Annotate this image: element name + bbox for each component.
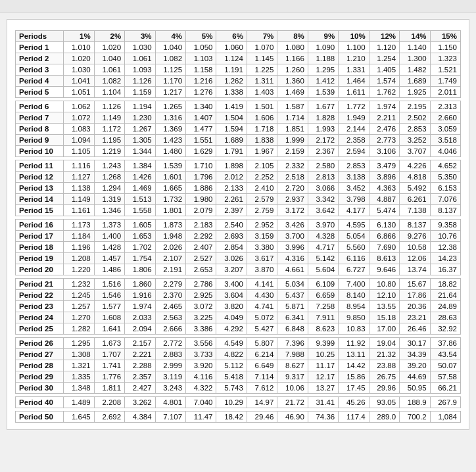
cell-value: 5.112 bbox=[216, 360, 247, 371]
cell-value: 8.613 bbox=[369, 253, 399, 264]
cell-value: 1.100 bbox=[339, 42, 369, 53]
cell-value: 3.026 bbox=[216, 253, 247, 264]
cell-value: 1.796 bbox=[186, 172, 216, 183]
cell-value: 5.034 bbox=[277, 279, 308, 290]
cell-value: 2.332 bbox=[277, 160, 308, 172]
table-row: Period 61.0621.1261.1941.2651.3401.4191.… bbox=[16, 101, 461, 112]
cell-value: 2.427 bbox=[125, 383, 155, 394]
cell-value: 1.629 bbox=[186, 146, 216, 157]
cell-value: 1.689 bbox=[400, 76, 430, 87]
cell-value: 28.63 bbox=[430, 312, 460, 323]
cell-value: 1.276 bbox=[186, 87, 216, 98]
row-label: Period 10 bbox=[16, 146, 64, 157]
cell-value: 1.772 bbox=[339, 101, 369, 112]
cell-value: 1.149 bbox=[64, 194, 94, 205]
table-row: Period 231.2571.5771.9742.4653.0723.8204… bbox=[16, 301, 461, 312]
cell-value: 4.328 bbox=[308, 231, 338, 242]
cell-value: 1.594 bbox=[216, 124, 247, 135]
cell-value: 4.661 bbox=[277, 264, 308, 275]
cell-value: 1.513 bbox=[125, 194, 155, 205]
cell-value: 2.094 bbox=[125, 323, 155, 335]
cell-value: 8.137 bbox=[400, 220, 430, 231]
cell-value: 4.049 bbox=[216, 312, 247, 323]
cell-value: 2.813 bbox=[308, 172, 338, 183]
cell-value: 17.86 bbox=[400, 290, 430, 301]
cell-value: 20.36 bbox=[400, 301, 430, 312]
cell-value: 1.331 bbox=[339, 64, 369, 76]
cell-value: 2.407 bbox=[186, 242, 216, 253]
cell-value: 1.305 bbox=[125, 135, 155, 146]
cell-value: 1.090 bbox=[308, 42, 338, 53]
row-label: Period 16 bbox=[16, 220, 64, 231]
cell-value: 3.380 bbox=[247, 242, 277, 253]
cell-value: 3.243 bbox=[155, 383, 185, 394]
cell-value: 7.396 bbox=[277, 338, 308, 349]
cell-value: 1.426 bbox=[125, 172, 155, 183]
cell-value: 1.173 bbox=[64, 220, 94, 231]
cell-value: 1.714 bbox=[277, 112, 308, 124]
cell-value: 2.397 bbox=[216, 205, 247, 216]
cell-value: 1.948 bbox=[155, 231, 185, 242]
table-row: Period 111.1161.2431.3841.5391.7101.8982… bbox=[16, 160, 461, 172]
cell-value: 1.516 bbox=[94, 279, 124, 290]
cell-value: 1.308 bbox=[64, 349, 94, 360]
col-header-4pct: 4% bbox=[155, 31, 185, 42]
cell-value: 15.86 bbox=[339, 371, 369, 383]
cell-value: 2.759 bbox=[247, 205, 277, 216]
cell-value: 3.172 bbox=[277, 205, 308, 216]
cell-value: 2.563 bbox=[155, 312, 185, 323]
cell-value: 2.183 bbox=[186, 220, 216, 231]
col-header-5pct: 5% bbox=[186, 31, 216, 42]
cell-value: 1.245 bbox=[64, 290, 94, 301]
cell-value: 1.220 bbox=[64, 264, 94, 275]
cell-value: 1.196 bbox=[64, 242, 94, 253]
cell-value: 1.257 bbox=[64, 301, 94, 312]
cell-value: 700.2 bbox=[400, 412, 430, 423]
cell-value: 1.539 bbox=[155, 160, 185, 172]
cell-value: 188.9 bbox=[400, 397, 430, 408]
row-label: Period 28 bbox=[16, 360, 64, 371]
table-row: Period 281.3211.7412.2882.9993.9205.1126… bbox=[16, 360, 461, 371]
row-label: Period 29 bbox=[16, 371, 64, 383]
table-row: Period 11.0101.0201.0301.0401.0501.0601.… bbox=[16, 42, 461, 53]
table-row: Period 191.2081.4571.7542.1072.5273.0263… bbox=[16, 253, 461, 264]
cell-value: 1.243 bbox=[94, 160, 124, 172]
cell-value: 3.604 bbox=[216, 290, 247, 301]
cell-value: 2.666 bbox=[155, 323, 185, 335]
cell-value: 3.386 bbox=[186, 323, 216, 335]
cell-value: 1.093 bbox=[125, 64, 155, 76]
cell-value: 7.107 bbox=[155, 412, 185, 423]
cell-value: 1.041 bbox=[64, 76, 94, 87]
cell-value: 1.577 bbox=[94, 301, 124, 312]
cell-value: 6.116 bbox=[339, 253, 369, 264]
cell-value: 1.673 bbox=[94, 338, 124, 349]
cell-value: 1.260 bbox=[277, 64, 308, 76]
table-row: Period 91.0941.1951.3051.4231.5511.6891.… bbox=[16, 135, 461, 146]
cell-value: 3.920 bbox=[186, 360, 216, 371]
cell-value: 2.252 bbox=[247, 172, 277, 183]
cell-value: 8.627 bbox=[277, 360, 308, 371]
cell-value: 1.051 bbox=[64, 87, 94, 98]
cell-value: 1.195 bbox=[94, 135, 124, 146]
col-header-9pct: 9% bbox=[308, 31, 338, 42]
cell-value: 1.210 bbox=[339, 53, 369, 64]
cell-value: 26.46 bbox=[400, 323, 430, 335]
cell-value: 1.486 bbox=[94, 264, 124, 275]
cell-value: 5.560 bbox=[339, 242, 369, 253]
row-label: Period 40 bbox=[16, 397, 64, 408]
cell-value: 2.191 bbox=[155, 264, 185, 275]
cell-value: 3.225 bbox=[186, 312, 216, 323]
table-row: Period 251.2821.6412.0942.6663.3864.2925… bbox=[16, 323, 461, 335]
table-row: Period 261.2951.6732.1572.7723.5564.5495… bbox=[16, 338, 461, 349]
cell-value: 2.195 bbox=[400, 101, 430, 112]
cell-value: 1.070 bbox=[247, 42, 277, 53]
cell-value: 24.89 bbox=[430, 301, 460, 312]
cell-value: 1.323 bbox=[430, 53, 460, 64]
cell-value: 6.649 bbox=[247, 360, 277, 371]
cell-value: 6.153 bbox=[430, 183, 460, 194]
row-label: Period 18 bbox=[16, 242, 64, 253]
table-row: Period 41.0411.0821.1261.1701.2161.2621.… bbox=[16, 76, 461, 87]
cell-value: 7.114 bbox=[247, 371, 277, 383]
cell-value: 4.141 bbox=[247, 279, 277, 290]
cell-value: 1.127 bbox=[64, 172, 94, 183]
